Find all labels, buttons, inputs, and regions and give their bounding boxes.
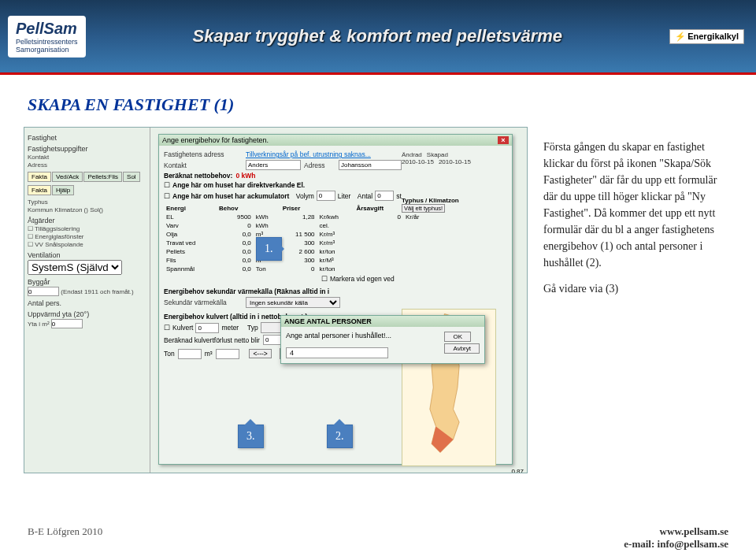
energikalkyl-badge: ⚡Energikalkyl: [669, 29, 744, 44]
antal-input[interactable]: [375, 191, 394, 201]
kontakt-label: Kontakt: [28, 154, 146, 161]
persons-popup: ANGE ANTAL PERSONER OK Avbryt Ange antal…: [280, 315, 485, 364]
logo-subtitle-1: Pelletsintressenters: [16, 38, 78, 46]
adress-label: Adress: [28, 161, 146, 169]
th-energi: Energi: [164, 204, 217, 213]
page-title: SKAPA EN FASTIGHET (1): [28, 95, 756, 115]
typ-lbl: Typ: [247, 324, 258, 332]
footer-author: B-E Löfgren 2010: [28, 525, 102, 551]
kontakt-input[interactable]: [246, 160, 301, 170]
energikalkyl-label: Energikalkyl: [687, 32, 739, 41]
description-column: Första gången du skapar en fastighet kli…: [543, 127, 732, 473]
netto-lbl: Beräknat nettobehov:: [164, 172, 232, 180]
netto-val: 0 kWh: [235, 172, 255, 180]
tab-hjalp[interactable]: Hjälp: [52, 185, 74, 195]
callout-1: 1.: [256, 237, 282, 261]
content-row: Fastighet Fastighetsuppgifter Kontakt Ad…: [0, 127, 756, 473]
persons-input[interactable]: [286, 347, 388, 358]
chk-ack-lbl: Ange här om huset har ackumulatort: [172, 192, 289, 200]
m3-lbl: m³: [205, 350, 213, 358]
ventilation-label: Ventilation: [28, 251, 146, 259]
chk-tillagg[interactable]: ☐ Tilläggsisolering: [28, 225, 146, 232]
kulvert-meter-input[interactable]: [195, 323, 219, 333]
yta-input[interactable]: [51, 319, 83, 328]
chk-vv[interactable]: ☐ VV Snålspolande: [28, 241, 146, 248]
meter-lbl: meter: [221, 324, 239, 332]
ton-lbl: Ton: [164, 350, 175, 358]
kommun-label: Kommun Klimatzon () Sol(): [28, 206, 146, 213]
tab-sol[interactable]: Sol: [123, 172, 140, 182]
sek-select[interactable]: Ingen sekundär källa: [246, 297, 340, 308]
byggar-input[interactable]: [28, 287, 59, 296]
byggar-label: Byggår: [28, 278, 146, 286]
logo-title: PellSam: [16, 20, 78, 38]
chk-energiglas-lbl: Energiglasfönster: [35, 233, 83, 240]
chk-vv-lbl: VV Snålspolande: [35, 241, 83, 248]
date-header: Ändrad Skapad: [402, 151, 524, 158]
popup-body: OK Avbryt Ange antal personer i hushålle…: [281, 327, 484, 363]
lightning-icon: ⚡: [675, 32, 686, 41]
table-row: Pellets0,0Ton2 600kr/ton: [164, 247, 432, 256]
table-row: Spannmål0,0Ton0kr/ton: [164, 265, 432, 273]
typhus-klimat-lbl: Typhus / Klimatzon: [402, 197, 524, 204]
footer-contact: www.pellsam.se e-mail: info@pellsam.se: [624, 525, 728, 551]
volym-input[interactable]: [317, 191, 335, 201]
adress-lbl2: Adress: [304, 161, 335, 169]
energy-table: Energi Behov Priser Årsavgift EL9500kWh1…: [164, 204, 432, 273]
atgarder-label: Åtgärder: [28, 217, 146, 224]
byggar-row: (Endast 1911 och framåt.): [28, 287, 146, 296]
footer: B-E Löfgren 2010 www.pellsam.se e-mail: …: [0, 525, 756, 551]
left-panel: Fastighet Fastighetsuppgifter Kontakt Ad…: [24, 128, 150, 473]
table-row: EL9500kWh1,28Kr/kwh0Kr/år: [164, 213, 432, 221]
typhus-label: Typhus: [28, 198, 146, 206]
close-icon[interactable]: ×: [498, 136, 509, 144]
chk-energiglas[interactable]: ☐ Energiglasfönster: [28, 233, 146, 240]
chk-tillagg-lbl: Tilläggsisolering: [35, 225, 80, 232]
screenshot-column: Fastighet Fastighetsuppgifter Kontakt Ad…: [24, 127, 528, 473]
table-row: Varv0kWhcel.: [164, 221, 432, 230]
ventilation-select[interactable]: SystemS (Självdrag.): [28, 260, 122, 275]
dialog-titlebar: Ange energibehov för fastigheten. ×: [159, 135, 512, 146]
th-arsavg: Årsavgift: [354, 204, 403, 213]
antal-lbl: Antal: [358, 192, 372, 200]
tab-fakta2[interactable]: Fakta: [28, 185, 51, 195]
header-banner: PellSam Pelletsintressenters Samorganisa…: [0, 0, 756, 75]
adress-input[interactable]: [339, 160, 402, 170]
uppvarmd-label: Uppvärmd yta (20°): [28, 310, 146, 318]
th-behov: Behov: [217, 204, 254, 213]
vol-lbl: Volym: [296, 192, 314, 200]
footer-email: e-mail: info@pellsam.se: [624, 538, 728, 551]
tab-fakta[interactable]: Fakta: [28, 172, 51, 182]
chk-kulvert-lbl: Kulvert: [172, 324, 193, 332]
map-coord: 0.87: [402, 468, 524, 473]
st-lbl: st: [396, 192, 402, 200]
tab-vedack[interactable]: Ved/Ack: [52, 172, 83, 182]
date-skapad: 2010-10-15: [439, 158, 471, 165]
skapad-lbl: Skapad: [427, 151, 448, 158]
tab-pellets[interactable]: Pellets:Flis: [83, 172, 122, 182]
app-window: Fastighet Fastighetsuppgifter Kontakt Ad…: [24, 127, 528, 473]
m3-input[interactable]: [216, 349, 239, 359]
callout-3: 3.: [238, 425, 264, 448]
popup-title: ANGE ANTAL PERSONER: [281, 316, 484, 327]
logo-subtitle-2: Samorganisation: [16, 46, 78, 54]
left-header: Fastighet: [28, 134, 146, 142]
table-row: Travat ved0,0m³300Kr/m³: [164, 239, 432, 247]
ton-input[interactable]: [178, 349, 202, 359]
beraknad-lbl: Beräknad kulvertförlust netto blir: [164, 336, 260, 344]
date-andrad: 2010-10-15: [402, 158, 434, 165]
ok-button[interactable]: OK: [444, 332, 471, 342]
date-row: 2010-10-15 2010-10-15: [402, 158, 524, 165]
sek-lbl: Sekundär värmekälla: [164, 299, 243, 306]
left-tabs: Fakta Ved/Ack Pellets:Flis Sol: [28, 172, 146, 182]
tillverk-link[interactable]: Tillverkningsår på bef. utrustning sakna…: [246, 150, 371, 158]
banner-badge-wrap: ⚡Energikalkyl: [669, 28, 744, 44]
avbryt-button[interactable]: Avbryt: [444, 343, 480, 354]
banner-slogan: Skapar trygghet & komfort med pelletsvär…: [86, 26, 670, 46]
table-row: Olja0,0m³11 500Kr/m³: [164, 230, 432, 239]
valj-typhus-button[interactable]: Välj ett typhus!: [402, 204, 445, 213]
left-tabs2: Fakta Hjälp: [28, 185, 146, 195]
nav-button[interactable]: <--->: [249, 349, 271, 358]
byggar-note: (Endast 1911 och framåt.): [61, 288, 134, 295]
liter-lbl: Liter: [338, 192, 351, 200]
